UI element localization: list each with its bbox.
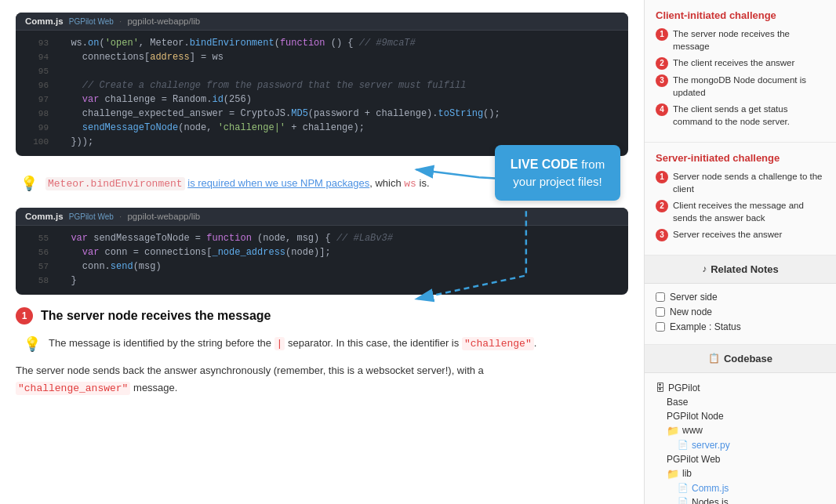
folder-icon: 📁	[667, 425, 679, 437]
server-challenge-section: Server-initiated challenge 1 Server node…	[645, 143, 836, 256]
related-note-checkbox[interactable]	[656, 307, 665, 317]
tree-item[interactable]: PGPilot Node	[656, 409, 825, 423]
step-number-badge: 1	[16, 307, 33, 325]
related-note-item[interactable]: New node	[656, 306, 825, 317]
file-icon: 📄	[678, 483, 689, 493]
code-body-2: 55 var sendMessageToNode = function (nod…	[16, 226, 628, 295]
code-line: 56 var conn = connections[_node_address(…	[16, 246, 628, 260]
related-notes-items: Server side New node Example : Status	[645, 284, 836, 345]
client-challenge-title: Client-initiated challenge	[656, 9, 825, 21]
code-header-title-1: Comm.js PGPilot Web · pgpilot-webapp/lib	[25, 16, 200, 26]
code-line: 95	[16, 65, 628, 79]
live-code-callout: LIVE CODE fromyour project files!	[495, 145, 620, 201]
step-detail-text: The message is identified by the string …	[49, 335, 536, 353]
sidebar: Client-initiated challenge 1 The server …	[644, 0, 836, 504]
notes-icon: ♪	[702, 263, 707, 274]
tree-file-commjs[interactable]: 📄 Comm.js	[656, 481, 825, 495]
code-line: 96 // Create a challenge from the passwo…	[16, 79, 628, 93]
code-block-2: Comm.js PGPilot Web · pgpilot-webapp/lib…	[16, 208, 628, 295]
code-block-1: Comm.js PGPilot Web · pgpilot-webapp/lib…	[16, 13, 628, 156]
tree-file-serverpy[interactable]: 📄 server.py	[656, 438, 825, 452]
code-line: 55 var sendMessageToNode = function (nod…	[16, 232, 628, 246]
step-detail: 💡 The message is identified by the strin…	[24, 335, 628, 353]
related-notes-title: Related Notes	[711, 263, 779, 275]
tree-folder-lib[interactable]: 📁 lib	[656, 466, 825, 481]
step-section: 1 The server node receives the message 💡…	[16, 307, 628, 397]
code-line: 57 conn.send(msg)	[16, 260, 628, 274]
codebase-tree: 🗄 PGPilot Base PGPilot Node 📁 www 📄 serv…	[645, 373, 836, 504]
client-challenge-list: 1 The server node receives the message 2…	[656, 27, 825, 129]
challenge-item: 3 Server receives the answer	[656, 228, 825, 241]
challenge-item: 1 Server node sends a challenge to the c…	[656, 170, 825, 195]
tree-root[interactable]: 🗄 PGPilot	[656, 381, 825, 395]
related-notes-header: ♪ Related Notes	[645, 256, 836, 284]
related-note-checkbox[interactable]	[656, 292, 665, 302]
code-body-1: 93 ws.on('open', Meteor.bindEnvironment(…	[16, 31, 628, 156]
db-icon: 🗄	[656, 383, 665, 393]
challenge-item: 4 The client sends a get status command …	[656, 103, 825, 128]
challenge-item: 1 The server node receives the message	[656, 27, 825, 53]
step-title: The server node receives the message	[41, 309, 271, 323]
client-challenge-section: Client-initiated challenge 1 The server …	[645, 0, 836, 143]
step-body-text: The server node sends back the answer as…	[16, 362, 628, 397]
related-note-item[interactable]: Example : Status	[656, 321, 825, 332]
related-note-label: New node	[670, 306, 712, 317]
tree-folder-www[interactable]: 📁 www	[656, 423, 825, 438]
tree-file-nodesjs[interactable]: 📄 Nodes.js	[656, 495, 825, 504]
challenge-item: 3 The mongoDB Node document is updated	[656, 74, 825, 99]
related-note-label: Example : Status	[670, 321, 741, 332]
codebase-icon: 📋	[708, 353, 720, 364]
bulb-icon-2: 💡	[24, 335, 41, 353]
code-header-2: Comm.js PGPilot Web · pgpilot-webapp/lib	[16, 208, 628, 226]
related-note-label: Server side	[670, 292, 718, 303]
code-line: 93 ws.on('open', Meteor.bindEnvironment(…	[16, 37, 628, 51]
code-line: 94 connections[address] = ws	[16, 51, 628, 65]
server-challenge-title: Server-initiated challenge	[656, 152, 825, 164]
related-note-item[interactable]: Server side	[656, 292, 825, 303]
tree-item[interactable]: PGPilot Web	[656, 452, 825, 466]
file-icon: 📄	[678, 440, 689, 450]
code-line: 97 var challenge = Random.id(256)	[16, 93, 628, 107]
code-line: 99 sendMessageToNode(node, 'challenge|' …	[16, 121, 628, 136]
inline-note-text-1: Meteor.bindEnvironment is required when …	[45, 176, 430, 192]
bulb-icon: 💡	[20, 175, 38, 192]
related-note-checkbox[interactable]	[656, 322, 665, 332]
challenge-item: 2 The client receives the answer	[656, 56, 825, 70]
codebase-header: 📋 Codebase	[645, 345, 836, 373]
codebase-title: Codebase	[724, 353, 772, 364]
challenge-item: 2 Client receives the message and sends …	[656, 199, 825, 224]
server-challenge-list: 1 Server node sends a challenge to the c…	[656, 170, 825, 241]
code-header-1: Comm.js PGPilot Web · pgpilot-webapp/lib	[16, 13, 628, 31]
folder-icon: 📁	[667, 468, 679, 480]
code-header-title-2: Comm.js PGPilot Web · pgpilot-webapp/lib	[25, 212, 200, 221]
step-header: 1 The server node receives the message	[16, 307, 628, 325]
live-code-bold: LIVE CODE	[511, 158, 578, 171]
code-line: 98 challenge_expected_answer = CryptoJS.…	[16, 107, 628, 121]
file-icon: 📄	[678, 497, 689, 504]
code-line: 58 }	[16, 274, 628, 288]
tree-item[interactable]: Base	[656, 395, 825, 409]
